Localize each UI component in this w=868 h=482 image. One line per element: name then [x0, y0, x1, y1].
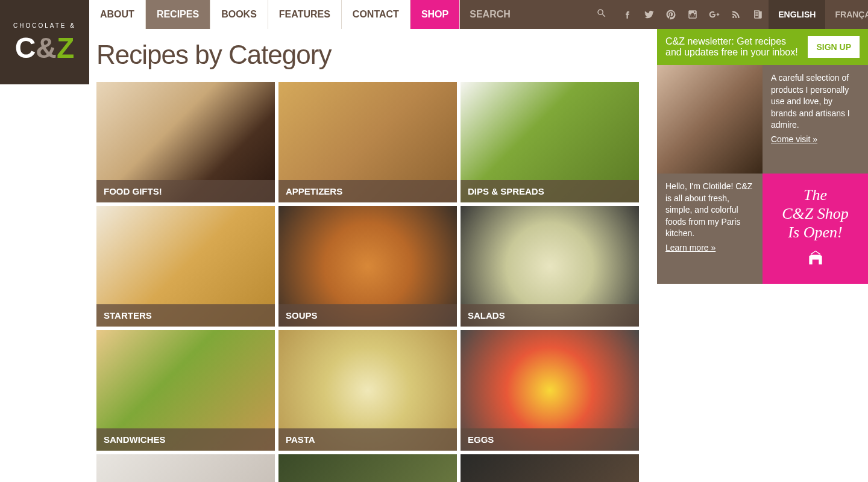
main-nav: ABOUT RECIPES BOOKS FEATURES CONTACT SHO…	[89, 0, 460, 29]
search-area	[460, 0, 617, 29]
category-tile-sandwiches[interactable]: SANDWICHES	[96, 330, 275, 451]
rss-icon[interactable]	[725, 0, 747, 29]
shop-promo-line2: C&Z Shop	[769, 204, 862, 223]
twitter-icon[interactable]	[638, 0, 660, 29]
shop-promo[interactable]: The C&Z Shop Is Open!	[763, 174, 868, 284]
header: ABOUT RECIPES BOOKS FEATURES CONTACT SHO…	[0, 0, 868, 29]
category-label: FOOD GIFTS!	[96, 180, 275, 202]
shop-icon	[769, 248, 862, 272]
googleplus-icon[interactable]	[703, 0, 725, 29]
category-tile-salads[interactable]: SALADS	[461, 206, 639, 327]
category-tile-eggs[interactable]: EGGS	[461, 330, 639, 451]
facebook-icon[interactable]	[617, 0, 638, 29]
nav-recipes[interactable]: RECIPES	[146, 0, 210, 29]
category-label: SANDWICHES	[96, 428, 275, 451]
main-content: Recipes by Category FOOD GIFTS! APPETIZE…	[89, 29, 652, 482]
category-label: STARTERS	[96, 304, 275, 327]
pinterest-icon[interactable]	[660, 0, 682, 29]
category-tile-pasta[interactable]: PASTA	[278, 330, 457, 451]
search-input[interactable]	[470, 9, 596, 20]
category-label: SALADS	[461, 304, 639, 327]
sidebar: C&Z newsletter: Get recipes and updates …	[657, 29, 868, 482]
shop-promo-line3: Is Open!	[769, 223, 862, 242]
instagram-icon[interactable]	[682, 0, 703, 29]
category-tile-soups[interactable]: SOUPS	[278, 206, 457, 327]
category-label: SOUPS	[278, 304, 457, 327]
category-tile-food-gifts[interactable]: FOOD GIFTS!	[96, 82, 275, 202]
category-label: DIPS & SPREADS	[461, 180, 639, 202]
category-tile-appetizers[interactable]: APPETIZERS	[278, 82, 457, 202]
category-label: PASTA	[278, 428, 457, 451]
about-blurb-link[interactable]: Learn more »	[665, 242, 715, 254]
category-tile-partial[interactable]	[461, 454, 639, 482]
category-label: EGGS	[461, 428, 639, 451]
nav-contact[interactable]: CONTACT	[342, 0, 410, 29]
signup-button[interactable]: SIGN UP	[808, 36, 860, 58]
logo-main: C&Z	[15, 34, 75, 63]
category-tile-partial[interactable]	[278, 454, 457, 482]
nav-features[interactable]: FEATURES	[268, 0, 342, 29]
nav-shop[interactable]: SHOP	[410, 0, 460, 29]
category-label: APPETIZERS	[278, 180, 457, 202]
shop-promo-line1: The	[769, 186, 862, 204]
category-tile-partial[interactable]	[96, 454, 275, 482]
newspaper-icon[interactable]	[747, 0, 769, 29]
nav-about[interactable]: ABOUT	[89, 0, 146, 29]
category-tile-dips-spreads[interactable]: DIPS & SPREADS	[461, 82, 639, 202]
category-tile-starters[interactable]: STARTERS	[96, 206, 275, 327]
category-grid: FOOD GIFTS! APPETIZERS DIPS & SPREADS ST…	[96, 82, 645, 482]
lang-english[interactable]: ENGLISH	[769, 0, 825, 29]
page-title: Recipes by Category	[96, 40, 645, 70]
shop-blurb-link[interactable]: Come visit »	[771, 134, 817, 146]
logo-tagline-top: CHOCOLATE &	[13, 22, 76, 29]
newsletter-text: C&Z newsletter: Get recipes and updates …	[665, 36, 800, 58]
about-blurb-text: Hello, I'm Clotilde! C&Z is all about fr…	[665, 181, 752, 238]
about-blurb: Hello, I'm Clotilde! C&Z is all about fr…	[657, 174, 763, 284]
lang-francais[interactable]: FRANÇAIS	[825, 0, 868, 29]
search-icon[interactable]	[596, 8, 607, 21]
newsletter-box: C&Z newsletter: Get recipes and updates …	[657, 29, 868, 65]
social-icons	[617, 0, 769, 29]
shop-blurb-text: A careful selection of products I person…	[771, 73, 850, 130]
shop-blurb: A careful selection of products I person…	[763, 65, 868, 174]
logo[interactable]: CHOCOLATE & C&Z	[0, 0, 89, 84]
author-portrait	[657, 65, 763, 174]
nav-books[interactable]: BOOKS	[210, 0, 268, 29]
